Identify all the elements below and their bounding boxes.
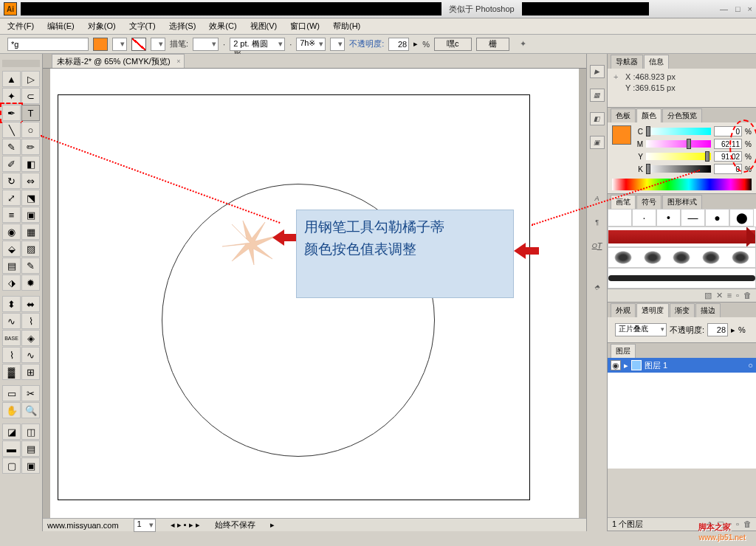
curve-tool[interactable]: ∿ [2, 313, 21, 329]
eraser-tool[interactable]: ◧ [21, 156, 40, 172]
document-tab[interactable]: 未标题-2* @ 65% (CMYK/预览) × [52, 54, 185, 68]
brush-4[interactable]: — [681, 209, 705, 227]
selection-tool[interactable]: ▲ [2, 71, 21, 87]
paintbrush-tool[interactable]: ✎ [2, 139, 21, 155]
m-slider[interactable] [646, 140, 711, 148]
eyedropper-tool[interactable]: ✎ [21, 258, 40, 274]
dock-paragraph-icon[interactable]: ¶ [590, 215, 605, 229]
shear-tool[interactable]: ⬔ [21, 190, 40, 206]
dock-link-icon[interactable]: ⬘ [590, 280, 605, 294]
maximize-button[interactable]: □ [735, 4, 740, 13]
blend-tool[interactable]: ⬗ [2, 274, 21, 291]
tab-graphic-styles[interactable]: 图形样式 [662, 195, 702, 209]
ellipse-tool[interactable]: ○ [21, 122, 40, 138]
k-slider[interactable] [646, 165, 711, 173]
dock-color-icon[interactable]: ◧ [590, 112, 605, 125]
orange-stem-shape[interactable] [221, 221, 280, 265]
brush-5[interactable]: ● [705, 209, 729, 227]
locate-icon[interactable]: ⬗ [707, 519, 712, 529]
type-tool[interactable]: T [21, 105, 40, 121]
layer-row[interactable]: ◉ ▸ 图层 1 ○ [608, 358, 756, 373]
warp-tool[interactable]: ⌇ [2, 347, 21, 363]
symbol-sprayer-tool[interactable]: ✹ [21, 274, 40, 291]
tab-gradient[interactable]: 渐变 [670, 303, 695, 317]
brush-6[interactable]: ⬤ [729, 209, 754, 227]
line-tool[interactable]: ╲ [2, 122, 21, 138]
dock-swatches-icon[interactable]: ▦ [590, 89, 605, 102]
column-graph-tool[interactable]: ⬌ [21, 296, 40, 312]
gradient-mode[interactable]: ▤ [21, 440, 40, 457]
default-fill-stroke[interactable]: ◫ [21, 424, 40, 440]
graph-tool[interactable]: ⬍ [2, 296, 21, 312]
brush-options-icon[interactable]: ≡ [727, 291, 732, 300]
layer-name[interactable]: 图层 1 [645, 360, 667, 371]
trans-opacity-arrow[interactable]: ▸ [731, 325, 735, 335]
close-tab-icon[interactable]: × [176, 58, 180, 65]
artboard-tool[interactable]: ▭ [2, 385, 21, 401]
brush-arrow[interactable] [608, 227, 756, 247]
free-transform-tool[interactable]: ▣ [21, 207, 40, 223]
tab-stroke[interactable]: 描边 [695, 303, 721, 317]
tab-layers[interactable]: 图层 [611, 344, 636, 358]
brush-menu[interactable] [330, 38, 345, 51]
color-mode[interactable]: ▬ [2, 440, 21, 457]
tab-appearance[interactable]: 外观 [611, 303, 636, 317]
lock-icon[interactable]: ▸ [624, 361, 628, 370]
tab-swatches[interactable]: 色板 [611, 108, 636, 122]
brush-pattern[interactable] [608, 247, 756, 268]
brush-remove-icon[interactable]: ✕ [716, 291, 723, 300]
tab-navigator[interactable]: 导航器 [611, 55, 643, 69]
pucker-tool[interactable]: ▓ [2, 364, 21, 380]
close-button[interactable]: × [748, 4, 752, 13]
rotate-tool[interactable]: ↻ [2, 173, 21, 189]
tab-info[interactable]: 信息 [644, 55, 669, 69]
wand-icon[interactable]: ✦ [520, 39, 526, 49]
y-input[interactable] [714, 151, 742, 162]
reshape-tool[interactable]: ⌇ [21, 313, 40, 329]
magic-wand-tool[interactable]: ✦ [2, 88, 21, 104]
gradient-tool[interactable]: ▤ [2, 258, 21, 274]
target-icon[interactable]: ○ [748, 361, 753, 370]
brush-scribble[interactable] [608, 268, 756, 288]
hand-tool[interactable]: ✋ [2, 402, 21, 418]
m-input[interactable] [714, 139, 742, 149]
color-spectrum[interactable] [612, 179, 752, 190]
new-layer-icon[interactable]: ▫ [736, 519, 739, 529]
k-input[interactable] [714, 164, 742, 174]
menu-file[interactable]: 文件(F) [7, 21, 34, 32]
style-button-2[interactable]: 栅 [476, 38, 509, 51]
object-name-input[interactable] [7, 38, 89, 51]
tab-transparency[interactable]: 透明度 [636, 303, 669, 317]
nav-controls[interactable]: ◂ ▸ ▪ ▸ ▸ [171, 520, 200, 530]
change-screen-mode[interactable]: ▣ [21, 457, 40, 474]
workspace-switcher[interactable]: 类似于 Photoshop [449, 4, 515, 15]
mesh-tool[interactable]: ▨ [21, 241, 40, 257]
dock-italic-a-icon[interactable]: A [590, 192, 605, 205]
zoom-dropdown[interactable]: 1 [134, 519, 156, 532]
pen-tool[interactable]: ✒ [2, 105, 21, 121]
style-button-1[interactable]: 嘿c [434, 38, 472, 51]
brush-3[interactable]: • [656, 209, 681, 227]
slice-tool[interactable]: ✂ [21, 385, 40, 401]
dock-opentype-icon[interactable]: OT [590, 239, 605, 252]
blend-mode-dropdown[interactable]: 正片叠底 [615, 323, 667, 336]
brush-delete-icon[interactable]: 🗑 [743, 291, 752, 300]
trans-opacity-input[interactable] [707, 323, 728, 336]
zoom-tool[interactable]: 🔍 [21, 402, 40, 418]
dock-play-icon[interactable]: ▶ [590, 65, 605, 78]
brush-lib-icon[interactable]: ▧ [704, 291, 712, 300]
stroke-profile-dropdown[interactable]: 2 pt. 椭圆形 [230, 38, 285, 51]
reflect-tool[interactable]: ⇔ [21, 173, 40, 189]
shape-builder-tool[interactable]: ◉ [2, 224, 21, 240]
menu-help[interactable]: 帮助(H) [333, 21, 360, 32]
brush-2[interactable]: · [632, 209, 656, 227]
fill-preview[interactable] [612, 125, 631, 145]
live-paint-tool[interactable]: ▦ [21, 224, 40, 240]
menu-window[interactable]: 窗口(W) [290, 21, 320, 32]
tab-color[interactable]: 颜色 [636, 108, 662, 122]
blob-brush-tool[interactable]: ✐ [2, 156, 21, 172]
direct-selection-tool[interactable]: ▷ [21, 71, 40, 87]
pct-arrow[interactable]: ▸ [413, 39, 418, 49]
menu-object[interactable]: 对象(O) [88, 21, 116, 32]
fill-swatch[interactable] [93, 38, 108, 51]
